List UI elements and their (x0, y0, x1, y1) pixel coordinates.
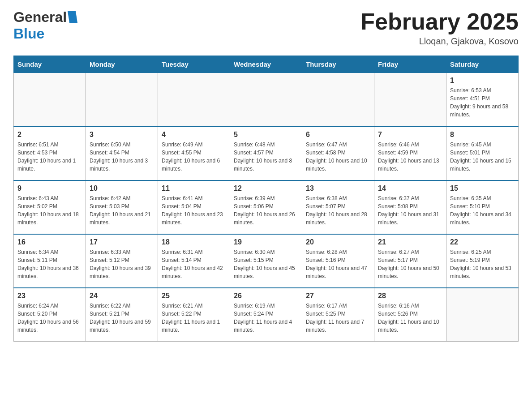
day-info: Sunrise: 6:25 AMSunset: 5:19 PMDaylight:… (450, 248, 515, 280)
logo-general-text: General (13, 9, 67, 26)
day-info: Sunrise: 6:24 AMSunset: 5:20 PMDaylight:… (17, 302, 82, 334)
day-number: 2 (17, 131, 82, 139)
calendar-cell: 14Sunrise: 6:37 AMSunset: 5:08 PMDayligh… (374, 180, 446, 234)
day-number: 28 (378, 292, 442, 300)
header-saturday: Saturday (446, 56, 519, 73)
calendar-cell: 11Sunrise: 6:41 AMSunset: 5:04 PMDayligh… (158, 180, 230, 234)
calendar-cell: 2Sunrise: 6:51 AMSunset: 4:53 PMDaylight… (14, 127, 86, 180)
day-info: Sunrise: 6:30 AMSunset: 5:15 PMDaylight:… (234, 248, 298, 280)
day-number: 4 (162, 131, 226, 139)
day-number: 23 (17, 292, 82, 300)
day-number: 1 (450, 77, 515, 85)
location-subtitle: Lloqan, Gjakova, Kosovo (360, 36, 519, 47)
calendar-cell: 6Sunrise: 6:47 AMSunset: 4:58 PMDaylight… (302, 127, 374, 180)
day-info: Sunrise: 6:33 AMSunset: 5:12 PMDaylight:… (90, 248, 154, 280)
calendar-cell: 18Sunrise: 6:31 AMSunset: 5:14 PMDayligh… (158, 234, 230, 288)
day-info: Sunrise: 6:43 AMSunset: 5:02 PMDaylight:… (17, 194, 82, 227)
calendar-cell: 20Sunrise: 6:28 AMSunset: 5:16 PMDayligh… (302, 234, 374, 288)
day-info: Sunrise: 6:28 AMSunset: 5:16 PMDaylight:… (306, 248, 370, 280)
calendar-cell: 21Sunrise: 6:27 AMSunset: 5:17 PMDayligh… (374, 234, 446, 288)
calendar-cell: 25Sunrise: 6:21 AMSunset: 5:22 PMDayligh… (158, 288, 230, 342)
day-number: 14 (378, 184, 442, 193)
day-info: Sunrise: 6:35 AMSunset: 5:10 PMDaylight:… (450, 194, 515, 227)
calendar-cell: 4Sunrise: 6:49 AMSunset: 4:55 PMDaylight… (158, 127, 230, 180)
day-number: 8 (450, 131, 515, 139)
calendar-cell: 28Sunrise: 6:16 AMSunset: 5:26 PMDayligh… (374, 288, 446, 342)
logo-arrow-icon (68, 11, 77, 25)
calendar-cell: 19Sunrise: 6:30 AMSunset: 5:15 PMDayligh… (230, 234, 302, 288)
calendar-cell (230, 73, 302, 127)
day-info: Sunrise: 6:49 AMSunset: 4:55 PMDaylight:… (162, 141, 226, 173)
day-number: 25 (162, 292, 226, 300)
day-number: 24 (90, 292, 154, 300)
day-info: Sunrise: 6:38 AMSunset: 5:07 PMDaylight:… (306, 194, 370, 227)
day-info: Sunrise: 6:22 AMSunset: 5:21 PMDaylight:… (90, 302, 154, 334)
day-number: 18 (162, 238, 226, 246)
day-info: Sunrise: 6:37 AMSunset: 5:08 PMDaylight:… (378, 194, 442, 227)
day-info: Sunrise: 6:17 AMSunset: 5:25 PMDaylight:… (306, 302, 370, 334)
day-number: 7 (378, 131, 442, 139)
logo: General Blue (13, 9, 77, 42)
day-number: 26 (234, 292, 298, 300)
day-number: 10 (90, 184, 154, 193)
day-info: Sunrise: 6:53 AMSunset: 4:51 PMDaylight:… (450, 86, 515, 119)
calendar-cell: 22Sunrise: 6:25 AMSunset: 5:19 PMDayligh… (446, 234, 519, 288)
day-info: Sunrise: 6:39 AMSunset: 5:06 PMDaylight:… (234, 194, 298, 227)
day-number: 20 (306, 238, 370, 246)
calendar-table: Sunday Monday Tuesday Wednesday Thursday… (13, 56, 519, 342)
day-number: 12 (234, 184, 298, 193)
calendar-week-row: 23Sunrise: 6:24 AMSunset: 5:20 PMDayligh… (14, 288, 519, 342)
day-number: 15 (450, 184, 515, 193)
day-number: 11 (162, 184, 226, 193)
calendar-week-row: 9Sunrise: 6:43 AMSunset: 5:02 PMDaylight… (14, 180, 519, 234)
day-info: Sunrise: 6:46 AMSunset: 4:59 PMDaylight:… (378, 141, 442, 173)
calendar-cell: 12Sunrise: 6:39 AMSunset: 5:06 PMDayligh… (230, 180, 302, 234)
day-info: Sunrise: 6:41 AMSunset: 5:04 PMDaylight:… (162, 194, 226, 227)
day-info: Sunrise: 6:51 AMSunset: 4:53 PMDaylight:… (17, 141, 82, 173)
day-number: 3 (90, 131, 154, 139)
day-info: Sunrise: 6:19 AMSunset: 5:24 PMDaylight:… (234, 302, 298, 334)
calendar-cell: 5Sunrise: 6:48 AMSunset: 4:57 PMDaylight… (230, 127, 302, 180)
day-number: 6 (306, 131, 370, 139)
day-info: Sunrise: 6:27 AMSunset: 5:17 PMDaylight:… (378, 248, 442, 280)
day-number: 16 (17, 238, 82, 246)
day-number: 5 (234, 131, 298, 139)
day-info: Sunrise: 6:31 AMSunset: 5:14 PMDaylight:… (162, 248, 226, 280)
calendar-week-row: 1Sunrise: 6:53 AMSunset: 4:51 PMDaylight… (14, 73, 519, 127)
header-wednesday: Wednesday (230, 56, 302, 73)
header-monday: Monday (86, 56, 158, 73)
calendar-cell (302, 73, 374, 127)
svg-marker-0 (68, 11, 77, 23)
calendar-cell: 17Sunrise: 6:33 AMSunset: 5:12 PMDayligh… (86, 234, 158, 288)
day-number: 13 (306, 184, 370, 193)
calendar-cell: 9Sunrise: 6:43 AMSunset: 5:02 PMDaylight… (14, 180, 86, 234)
day-info: Sunrise: 6:21 AMSunset: 5:22 PMDaylight:… (162, 302, 226, 334)
month-title: February 2025 (360, 9, 519, 34)
calendar-cell: 3Sunrise: 6:50 AMSunset: 4:54 PMDaylight… (86, 127, 158, 180)
day-number: 21 (378, 238, 442, 246)
calendar-cell: 16Sunrise: 6:34 AMSunset: 5:11 PMDayligh… (14, 234, 86, 288)
calendar-cell: 27Sunrise: 6:17 AMSunset: 5:25 PMDayligh… (302, 288, 374, 342)
day-number: 22 (450, 238, 515, 246)
header-thursday: Thursday (302, 56, 374, 73)
calendar-cell: 24Sunrise: 6:22 AMSunset: 5:21 PMDayligh… (86, 288, 158, 342)
day-number: 17 (90, 238, 154, 246)
calendar-week-row: 2Sunrise: 6:51 AMSunset: 4:53 PMDaylight… (14, 127, 519, 180)
weekday-header-row: Sunday Monday Tuesday Wednesday Thursday… (14, 56, 519, 73)
calendar-cell (158, 73, 230, 127)
header-sunday: Sunday (14, 56, 86, 73)
calendar-cell: 15Sunrise: 6:35 AMSunset: 5:10 PMDayligh… (446, 180, 519, 234)
day-info: Sunrise: 6:42 AMSunset: 5:03 PMDaylight:… (90, 194, 154, 227)
calendar-cell (446, 288, 519, 342)
header-tuesday: Tuesday (158, 56, 230, 73)
calendar-cell: 13Sunrise: 6:38 AMSunset: 5:07 PMDayligh… (302, 180, 374, 234)
day-info: Sunrise: 6:34 AMSunset: 5:11 PMDaylight:… (17, 248, 82, 280)
day-info: Sunrise: 6:47 AMSunset: 4:58 PMDaylight:… (306, 141, 370, 173)
day-number: 19 (234, 238, 298, 246)
calendar-cell (86, 73, 158, 127)
day-info: Sunrise: 6:48 AMSunset: 4:57 PMDaylight:… (234, 141, 298, 173)
calendar-cell: 10Sunrise: 6:42 AMSunset: 5:03 PMDayligh… (86, 180, 158, 234)
page-header: General Blue February 2025 Lloqan, Gjako… (13, 9, 519, 47)
day-info: Sunrise: 6:16 AMSunset: 5:26 PMDaylight:… (378, 302, 442, 334)
header-friday: Friday (374, 56, 446, 73)
